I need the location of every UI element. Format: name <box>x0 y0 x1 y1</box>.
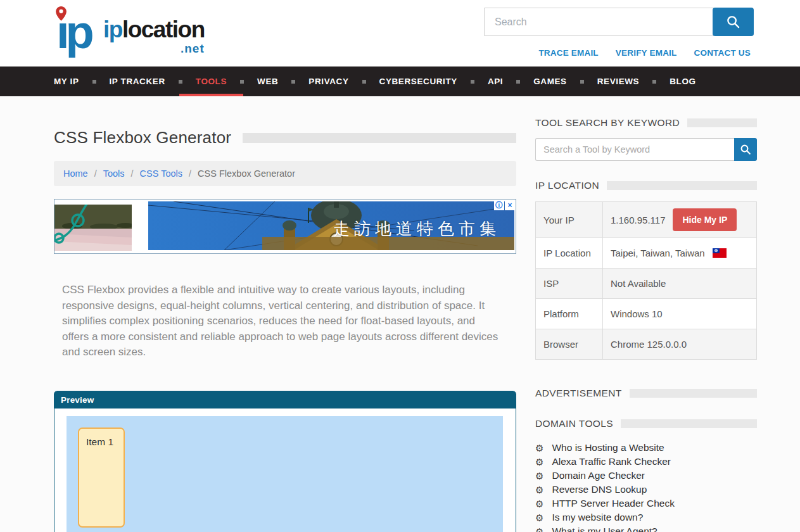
your-ip-value: 1.160.95.117 <box>611 215 665 225</box>
tool-search-button[interactable] <box>734 138 757 161</box>
table-row-browser: Browser Chrome 125.0.0.0 <box>536 329 756 359</box>
title-decorative-bar <box>243 133 516 143</box>
nav-separator <box>240 80 244 84</box>
domain-tool-link[interactable]: Alexa Traffic Rank Checker <box>552 456 671 467</box>
breadcrumb-link-tools[interactable]: Tools <box>103 168 125 179</box>
list-item: ⚙ Who is Hosting a Website <box>535 441 757 455</box>
nav-separator <box>516 80 520 84</box>
ad-close-icon[interactable]: × <box>505 200 515 210</box>
breadcrumb: Home / Tools / CSS Tools / CSS Flexbox G… <box>54 161 516 186</box>
heading-bar <box>630 389 757 398</box>
table-row-ip-location: IP Location Taipei, Taiwan, Taiwan <box>536 238 756 268</box>
ad-image-left[interactable] <box>54 205 132 251</box>
gear-icon: ⚙ <box>535 457 543 467</box>
header-links: TRACE EMAIL VERIFY EMAIL CONTACT US <box>538 48 751 58</box>
title-row: CSS Flexbox Generator <box>54 128 516 148</box>
main-column: CSS Flexbox Generator Home / Tools / CSS… <box>54 96 516 532</box>
flexbox-preview-container: Item 1 <box>67 416 503 532</box>
tool-search-input[interactable] <box>535 138 734 161</box>
list-item: ⚙ Reverse DNS Lookup <box>535 483 757 497</box>
page-title: CSS Flexbox Generator <box>54 128 231 148</box>
domain-tool-link[interactable]: Who is Hosting a Website <box>552 442 664 453</box>
search-button[interactable] <box>713 8 754 36</box>
domain-tool-link[interactable]: HTTP Server Header Check <box>552 498 675 509</box>
nav-separator <box>471 80 474 84</box>
gear-icon: ⚙ <box>535 471 543 481</box>
breadcrumb-separator: / <box>131 168 134 179</box>
search-icon <box>740 144 751 155</box>
nav-separator <box>291 80 295 84</box>
nav-item-privacy[interactable]: PRIVACY <box>308 66 348 96</box>
search-input[interactable] <box>484 8 714 36</box>
gear-icon: ⚙ <box>535 485 543 495</box>
nav-item-api[interactable]: API <box>488 66 503 96</box>
list-item: ⚙ Domain Age Checker <box>535 469 757 483</box>
table-row-isp: ISP Not Available <box>536 268 756 298</box>
preview-panel-body: Item 1 <box>54 408 516 532</box>
ip-location-heading: IP LOCATION <box>535 180 757 191</box>
ad-overlay-text: 走訪地道特色市集 <box>333 218 500 240</box>
ip-location-table: Your IP 1.160.95.117 Hide My IP IP Locat… <box>535 201 757 360</box>
list-item: ⚙ Is my website down? <box>535 510 757 524</box>
nav-item-my-ip[interactable]: MY IP <box>54 66 79 96</box>
trace-email-link[interactable]: TRACE EMAIL <box>538 48 598 58</box>
nav-item-ip-tracker[interactable]: IP TRACKER <box>110 66 165 96</box>
contact-us-link[interactable]: CONTACT US <box>694 48 751 58</box>
table-row-your-ip: Your IP 1.160.95.117 Hide My IP <box>536 202 756 238</box>
site-logo[interactable]: ıp iplocation .net <box>54 5 205 60</box>
table-row-platform: Platform Windows 10 <box>536 298 756 329</box>
browser-value: Chrome 125.0.0.0 <box>611 339 687 350</box>
location-pin-icon <box>56 6 67 21</box>
list-item: ⚙ HTTP Server Header Check <box>535 497 757 510</box>
site-header: ıp iplocation .net TRACE EMAIL VERIFY EM… <box>0 0 800 66</box>
preview-panel: Preview Item 1 <box>54 391 516 532</box>
domain-tools-list: ⚙ Who is Hosting a Website ⚙ Alexa Traff… <box>535 441 757 532</box>
domain-tool-link[interactable]: Reverse DNS Lookup <box>552 484 647 495</box>
nav-separator <box>179 80 182 84</box>
heading-bar <box>607 181 757 190</box>
breadcrumb-link-home[interactable]: Home <box>63 168 88 179</box>
domain-tool-link[interactable]: Is my website down? <box>552 512 643 523</box>
list-item: ⚙ What is my User Agent? <box>535 524 757 532</box>
tool-search <box>535 138 757 161</box>
heading-bar <box>687 118 757 127</box>
hide-my-ip-button[interactable]: Hide My IP <box>673 208 737 231</box>
breadcrumb-current: CSS Flexbox Generator <box>198 168 295 179</box>
isp-value: Not Available <box>611 278 666 289</box>
nav-separator <box>92 80 96 84</box>
ad-banner[interactable]: 走訪地道特色市集 ⓘ × <box>54 199 516 254</box>
nav-item-reviews[interactable]: REVIEWS <box>597 66 639 96</box>
heading-bar <box>621 419 757 428</box>
platform-value: Windows 10 <box>611 308 663 319</box>
flexbox-preview-item: Item 1 <box>78 428 125 528</box>
content-area: CSS Flexbox Generator Home / Tools / CSS… <box>0 96 800 532</box>
domain-tool-link[interactable]: Domain Age Checker <box>552 470 644 481</box>
nav-separator <box>652 80 656 84</box>
nav-item-blog[interactable]: BLOG <box>670 66 695 96</box>
ip-location-value: Taipei, Taiwan, Taiwan <box>611 248 705 258</box>
nav-item-games[interactable]: GAMES <box>533 66 567 96</box>
nav-separator <box>362 80 366 84</box>
sidebar: TOOL SEARCH BY KEYWORD IP LOCATION Your … <box>535 96 757 532</box>
gear-icon: ⚙ <box>535 443 543 453</box>
domain-tool-link[interactable]: What is my User Agent? <box>552 526 657 532</box>
gear-icon: ⚙ <box>535 527 543 532</box>
gear-icon: ⚙ <box>535 499 543 509</box>
tool-description: CSS Flexbox provides a flexible and intu… <box>54 282 516 360</box>
taiwan-flag-icon <box>713 248 727 258</box>
ad-info-icon[interactable]: ⓘ <box>494 200 504 210</box>
breadcrumb-link-css-tools[interactable]: CSS Tools <box>140 168 182 179</box>
gear-icon: ⚙ <box>535 513 543 522</box>
main-nav: MY IP IP TRACKER TOOLS WEB PRIVACY CYBER… <box>0 66 800 96</box>
nav-item-web[interactable]: WEB <box>257 66 278 96</box>
domain-tools-heading: DOMAIN TOOLS <box>535 418 757 429</box>
nav-item-cybersecurity[interactable]: CYBERSECURITY <box>379 66 457 96</box>
nav-item-tools[interactable]: TOOLS <box>196 66 227 96</box>
tool-search-heading: TOOL SEARCH BY KEYWORD <box>535 117 757 129</box>
breadcrumb-separator: / <box>189 168 191 179</box>
nav-separator <box>580 80 584 84</box>
logo-icon: ıp <box>54 5 130 60</box>
verify-email-link[interactable]: VERIFY EMAIL <box>616 48 677 58</box>
preview-panel-header: Preview <box>54 391 516 408</box>
site-name-location: location <box>122 16 205 42</box>
